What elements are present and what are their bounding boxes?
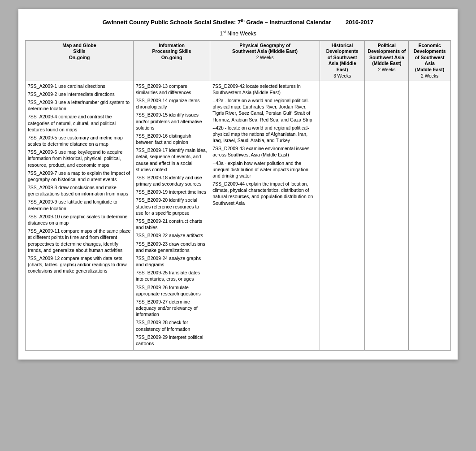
week-super: st [223, 30, 226, 34]
header-sup: th [241, 18, 245, 23]
list-item: 7SS_B2009-26 formulate appropriate resea… [136, 284, 208, 297]
col1-subtitle: On-going [28, 55, 131, 61]
list-item: 7SS_B2009-20 identify social studies ref… [136, 197, 208, 216]
col3-title: Physical Geography ofSouthwest Asia (Mid… [212, 43, 317, 55]
list-item: 7SS_A2009-1 use cardinal directions [28, 83, 131, 89]
header-title: Gwinnett County Public Schools Social St… [103, 19, 241, 26]
list-item: --43a - explain how water pollution and … [212, 160, 317, 179]
list-item: 7SS_B2009-15 identify issues and/or prob… [136, 112, 208, 131]
list-item: 7SS_A2009-5 use customary and metric map… [28, 134, 131, 147]
list-item: 7SS_A2009-12 compare maps with data sets… [28, 255, 131, 274]
list-item: 7SS_B2009-22 analyze artifacts [136, 232, 208, 239]
list-item: 7SS_A2009-4 compare and contrast the cat… [28, 113, 131, 133]
list-item: 7SS_D2009-42 locate selected features in… [212, 83, 317, 95]
list-item: 7SS_A2009-2 use intermediate directions [28, 91, 131, 97]
col5-weeks: 2 Weeks [367, 67, 406, 73]
list-item: 7SS_A2009-6 use map key/legend to acquir… [28, 149, 131, 168]
list-item: 7SS_A2009-8 draw conclusions and make ge… [28, 184, 131, 197]
col-header-1: Map and GlobeSkills On-going [26, 40, 134, 81]
page-header: Gwinnett County Public Schools Social St… [25, 18, 451, 27]
list-item: 7SS_A2009-3 use a letter/number grid sys… [28, 99, 131, 112]
col6-weeks: 2 Weeks [411, 73, 448, 79]
col3-content: 7SS_D2009-42 locate selected features in… [210, 81, 320, 350]
col2-subtitle: On-going [136, 55, 208, 61]
header-year: 2016-2017 [346, 19, 373, 26]
list-item: 7SS_B2009-29 interpret political cartoon… [136, 334, 208, 347]
list-item: 7SS_B2009-16 distinguish between fact an… [136, 133, 208, 145]
col4-content [320, 81, 365, 350]
header-grade: Grade – Instructional Calendar [246, 19, 331, 26]
list-item: 7SS_B2009-18 identify and use primary an… [136, 174, 208, 187]
col4-title: Historical Developmentsof Southwest Asia… [322, 43, 363, 73]
list-item: 7SS_B2009-25 translate dates into centur… [136, 269, 208, 282]
col3-weeks: 2 Weeks [212, 55, 317, 61]
col1-content: 7SS_A2009-1 use cardinal directions7SS_A… [26, 81, 134, 350]
list-item: 7SS_A2009-9 use latitude and longitude t… [28, 199, 131, 211]
weeks-label: Nine Weeks [227, 30, 256, 37]
list-item: 7SS_A2009-7 use a map to explain the imp… [28, 170, 131, 182]
list-item: --42a - locate on a world and regional p… [212, 97, 317, 123]
col5-title: Political Developments ofSouthwest Asia … [367, 43, 406, 67]
list-item: 7SS_B2009-23 draw conclusions and make g… [136, 241, 208, 253]
list-item: 7SS_B2009-27 determine adequacy and/or r… [136, 299, 208, 318]
list-item: 7SS_A2009-11 compare maps of the same pl… [28, 228, 131, 253]
list-item: 7SS_B2009-28 check for consistency of in… [136, 319, 208, 332]
list-item: 7SS_B2009-13 compare similarities and di… [136, 83, 208, 95]
col5-content [365, 81, 409, 350]
week-num: 1 [220, 30, 223, 37]
page-container: Gwinnett County Public Schools Social St… [18, 9, 458, 360]
col-header-4: Historical Developmentsof Southwest Asia… [320, 40, 365, 81]
col6-content [409, 81, 451, 350]
list-item: 7SS_B2009-14 organize items chronologica… [136, 97, 208, 110]
col-header-3: Physical Geography ofSouthwest Asia (Mid… [210, 40, 320, 81]
col2-content: 7SS_B2009-13 compare similarities and di… [133, 81, 210, 350]
col4-weeks: 3 Weeks [322, 73, 363, 79]
list-item: 7SS_B2009-17 identify main idea, detail,… [136, 147, 208, 173]
col2-title: InformationProcessing Skills [136, 43, 208, 55]
list-item: 7SS_D2009-43 examine environmental issue… [212, 145, 317, 158]
list-item: 7SS_B2009-21 construct charts and tables [136, 218, 208, 230]
col-header-2: InformationProcessing Skills On-going [133, 40, 210, 81]
list-item: 7SS_B2009-19 interpret timelines [136, 189, 208, 195]
list-item: 7SS_B2009-24 analyze graphs and diagrams [136, 255, 208, 268]
col1-title: Map and GlobeSkills [28, 43, 131, 55]
subheader: 1st Nine Weeks [25, 30, 451, 37]
list-item: --42b - locate on a world and regional p… [212, 125, 317, 144]
col-header-5: Political Developments ofSouthwest Asia … [365, 40, 409, 81]
main-table: Map and GlobeSkills On-going Information… [25, 40, 451, 351]
list-item: 7SS_A2009-10 use graphic scales to deter… [28, 213, 131, 226]
col-header-6: Economic Developmentsof Southwest Asia(M… [409, 40, 451, 81]
col6-title: Economic Developmentsof Southwest Asia(M… [411, 43, 448, 73]
list-item: 7SS_D2009-44 explain the impact of locat… [212, 181, 317, 206]
